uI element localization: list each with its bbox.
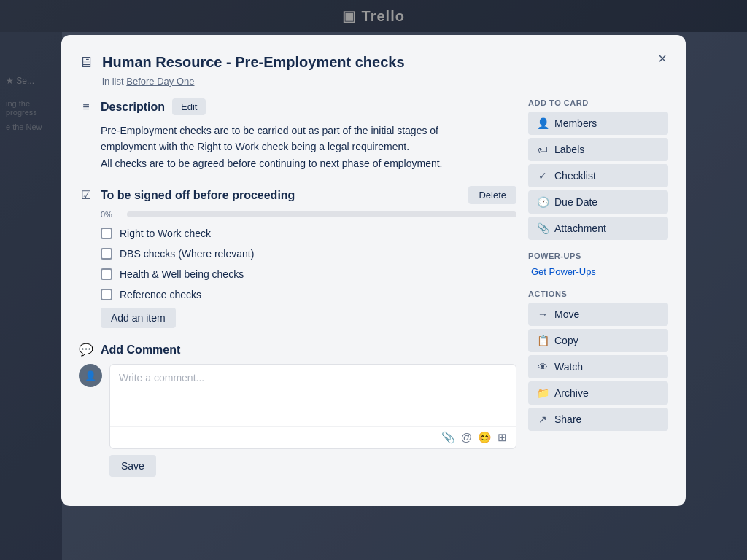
checklist-item-label-3: Health & Well being checks (120, 268, 244, 280)
actions-label: ACTIONS (528, 289, 668, 298)
comment-input-row: 👤 📎 @ 😊 ⊞ (79, 364, 516, 449)
due-date-button[interactable]: 🕐 Due Date (528, 190, 668, 214)
edit-description-button[interactable]: Edit (172, 98, 206, 115)
comment-icon: 💬 (79, 343, 93, 357)
checklist-checkbox-2[interactable] (101, 248, 112, 260)
modal-backdrop: × 🖥 Human Resource - Pre-Employment chec… (0, 0, 747, 560)
save-comment-button[interactable]: Save (109, 455, 156, 477)
copy-icon: 📋 (537, 335, 549, 346)
description-text: Pre-Employment checks are to be carried … (101, 122, 516, 171)
modal-main: ≡ Description Edit Pre-Employment checks… (79, 98, 516, 489)
watch-icon: 👁 (537, 361, 549, 373)
move-button[interactable]: → Move (528, 303, 668, 326)
emoji-icon[interactable]: 😊 (478, 431, 492, 444)
labels-icon: 🏷 (537, 144, 549, 155)
description-header: ≡ Description Edit (79, 98, 516, 115)
description-section: ≡ Description Edit Pre-Employment checks… (79, 98, 516, 171)
checklist-checkbox-4[interactable] (101, 289, 112, 300)
watch-button[interactable]: 👁 Watch (528, 355, 668, 378)
progress-label: 0% (101, 210, 121, 219)
archive-button[interactable]: 📁 Archive (528, 381, 668, 405)
checklist-checkbox-1[interactable] (101, 228, 112, 239)
modal-title: Human Resource - Pre-Employment checks (102, 52, 405, 71)
comment-section-title: Add Comment (101, 343, 180, 357)
members-button[interactable]: 👤 Members (528, 112, 668, 135)
checklist-section: ☑ To be signed off before proceeding Del… (79, 186, 516, 328)
checklist-header-left: ☑ To be signed off before proceeding (79, 188, 295, 202)
comment-toolbar: 📎 @ 😊 ⊞ (110, 426, 516, 448)
labels-button[interactable]: 🏷 Labels (528, 138, 668, 161)
checklist-items: Right to Work check DBS checks (Where re… (101, 225, 516, 303)
comment-textarea-wrapper: 📎 @ 😊 ⊞ (109, 364, 516, 449)
card-icon-2[interactable]: ⊞ (498, 431, 507, 444)
checklist-item-2: DBS checks (Where relevant) (101, 245, 516, 262)
attachment-button[interactable]: 📎 Attachment (528, 217, 668, 240)
add-item-button[interactable]: Add an item (101, 308, 176, 328)
checklist-item: Right to Work check (101, 225, 516, 242)
modal-header: 🖥 Human Resource - Pre-Employment checks (79, 52, 668, 71)
move-icon: → (537, 308, 549, 320)
power-ups-section: POWER-UPS Get Power-Ups (528, 252, 668, 278)
due-date-icon: 🕐 (537, 196, 549, 208)
description-title: Description (101, 101, 165, 114)
delete-checklist-button[interactable]: Delete (468, 186, 516, 204)
attach-icon[interactable]: 📎 (441, 431, 455, 444)
card-icon: 🖥 (79, 54, 93, 71)
comment-section: 💬 Add Comment 👤 📎 @ 😊 ⊞ (79, 343, 516, 477)
checklist-item-label-1: Right to Work check (120, 228, 211, 239)
description-icon: ≡ (79, 101, 93, 114)
mention-icon[interactable]: @ (461, 431, 472, 444)
checklist-checkbox-3[interactable] (101, 268, 112, 280)
progress-row: 0% (101, 210, 516, 219)
archive-icon: 📁 (537, 387, 549, 399)
add-to-card-label: ADD TO CARD (528, 98, 668, 107)
checklist-header: ☑ To be signed off before proceeding Del… (79, 186, 516, 204)
checklist-button[interactable]: ✓ Checklist (528, 164, 668, 187)
checklist-add-icon: ✓ (537, 170, 549, 182)
power-ups-label: POWER-UPS (528, 252, 668, 260)
actions-section: ACTIONS → Move 📋 Copy 👁 Watch 📁 (528, 289, 668, 431)
close-button[interactable]: × (651, 47, 674, 70)
checklist-item-label-2: DBS checks (Where relevant) (120, 248, 254, 260)
card-modal: × 🖥 Human Resource - Pre-Employment chec… (61, 35, 686, 506)
share-button[interactable]: ↗ Share (528, 408, 668, 431)
avatar: 👤 (79, 364, 102, 387)
modal-body: ≡ Description Edit Pre-Employment checks… (79, 98, 668, 489)
modal-sidebar: ADD TO CARD 👤 Members 🏷 Labels ✓ Checkli… (528, 98, 668, 489)
list-link[interactable]: Before Day One (126, 76, 194, 87)
comment-textarea[interactable] (110, 365, 516, 423)
checklist-item-4: Reference checks (101, 286, 516, 303)
checklist-item-label-4: Reference checks (120, 289, 201, 300)
get-power-ups-link[interactable]: Get Power-Ups (531, 266, 596, 277)
checklist-title: To be signed off before proceeding (101, 189, 295, 202)
share-icon: ↗ (537, 413, 549, 425)
copy-button[interactable]: 📋 Copy (528, 329, 668, 352)
members-icon: 👤 (537, 117, 549, 129)
checklist-icon: ☑ (79, 188, 93, 202)
attachment-icon: 📎 (537, 222, 549, 234)
progress-bar-background (127, 211, 516, 217)
add-to-card-section: ADD TO CARD 👤 Members 🏷 Labels ✓ Checkli… (528, 98, 668, 240)
comment-section-header: 💬 Add Comment (79, 343, 516, 357)
checklist-item-3: Health & Well being checks (101, 265, 516, 283)
modal-subtitle: in list Before Day One (102, 76, 668, 87)
